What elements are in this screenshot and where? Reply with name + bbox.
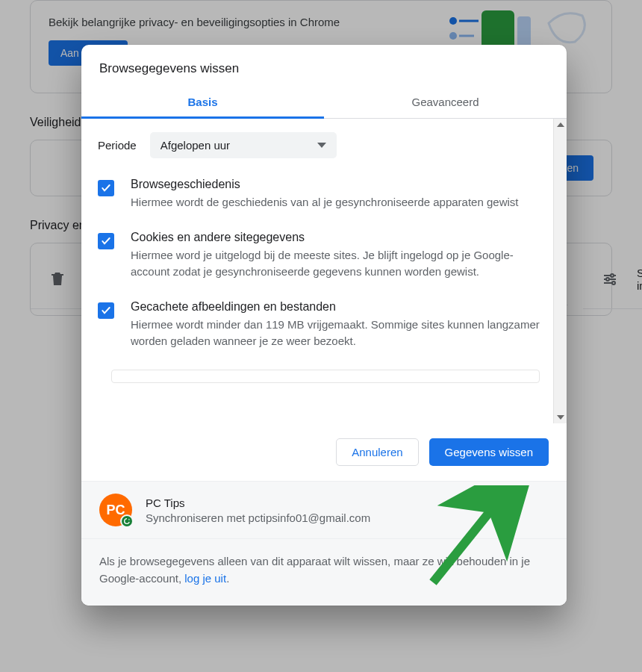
tab-basic[interactable]: Basis xyxy=(81,87,324,118)
option-desc: Hiermee word je uitgelogd bij de meeste … xyxy=(131,247,540,281)
partial-next-item xyxy=(111,370,540,383)
svg-rect-0 xyxy=(482,10,514,49)
dialog-actions: Annuleren Gegevens wissen xyxy=(81,423,567,481)
check-icon xyxy=(100,182,112,194)
option-title: Gecachete afbeeldingen en bestanden xyxy=(131,300,540,314)
option-desc: Hiermee wordt de geschiedenis van al je … xyxy=(131,194,540,211)
sync-badge-icon xyxy=(120,514,134,528)
sliders-icon xyxy=(601,270,619,288)
tab-advanced[interactable]: Geavanceerd xyxy=(324,87,567,118)
chevron-down-icon xyxy=(317,143,326,148)
check-icon xyxy=(100,235,112,247)
dialog-title: Browsegegevens wissen xyxy=(81,45,567,87)
checkbox-browsing-history[interactable] xyxy=(98,180,114,196)
scroll-down-icon[interactable] xyxy=(557,415,564,420)
svg-point-4 xyxy=(449,32,457,40)
svg-point-2 xyxy=(449,17,457,25)
clear-browsing-data-dialog: Browsegegevens wissen Basis Geavanceerd … xyxy=(81,45,567,606)
scroll-up-icon[interactable] xyxy=(557,122,564,127)
check-icon xyxy=(100,305,112,317)
account-row: PC PC Tips Synchroniseren met pctipsinfo… xyxy=(81,481,567,538)
period-label: Periode xyxy=(98,139,137,152)
clear-data-button[interactable]: Gegevens wissen xyxy=(429,438,549,466)
checkbox-cookies[interactable] xyxy=(98,233,114,249)
option-title: Cookies en andere sitegegevens xyxy=(131,231,540,244)
footer-note: Als je browsegegevens alleen van dit app… xyxy=(81,538,567,606)
footer-note-text: Als je browsegegevens alleen van dit app… xyxy=(99,555,530,585)
account-sync-status: Synchroniseren met pctipsinfo01@gmail.co… xyxy=(146,511,370,524)
checkbox-cached[interactable] xyxy=(98,302,114,319)
sign-out-link[interactable]: log je uit xyxy=(184,572,226,585)
option-cached: Gecachete afbeeldingen en bestanden Hier… xyxy=(98,300,540,350)
dialog-scroll-area: Periode Afgelopen uur Browsegeschiedenis… xyxy=(81,119,567,423)
bg-row-site-settings[interactable]: Site-instellingen meer) xyxy=(583,250,642,309)
option-browsing-history: Browsegeschiedenis Hiermee wordt de gesc… xyxy=(98,178,540,211)
option-desc: Hiermee wordt minder dan 119 MB vrijgema… xyxy=(131,317,540,350)
footer-note-post: . xyxy=(226,572,229,585)
option-title: Browsegeschiedenis xyxy=(131,178,540,191)
trash-icon xyxy=(49,270,66,288)
account-name: PC Tips xyxy=(146,497,370,509)
period-value: Afgelopen uur xyxy=(160,139,230,152)
svg-point-13 xyxy=(606,278,609,281)
option-cookies: Cookies en andere sitegegevens Hiermee w… xyxy=(98,231,540,281)
period-dropdown[interactable]: Afgelopen uur xyxy=(150,132,337,158)
bg-card-desc: Bekijk belangrijke privacy- en beveiligi… xyxy=(49,16,340,28)
svg-point-12 xyxy=(611,274,614,277)
avatar: PC xyxy=(99,494,132,526)
dialog-tabs: Basis Geavanceerd xyxy=(81,87,567,119)
svg-point-14 xyxy=(612,281,615,284)
scrollbar[interactable] xyxy=(553,119,567,423)
cancel-button[interactable]: Annuleren xyxy=(336,438,418,466)
